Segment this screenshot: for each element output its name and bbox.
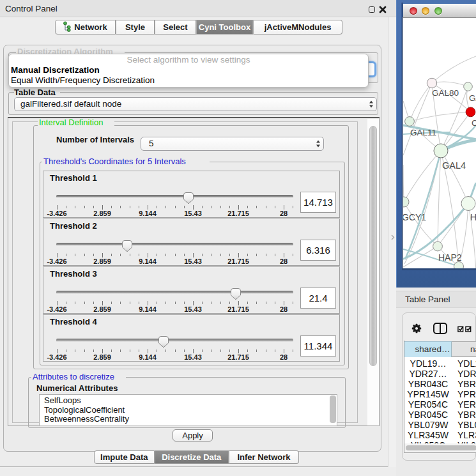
svg-text:C: C [472, 118, 476, 128]
svg-text:GCY1: GCY1 [403, 212, 426, 222]
svg-text:HAP2: HAP2 [438, 252, 462, 263]
svg-text:GAL80: GAL80 [432, 88, 459, 98]
svg-text:GAL11: GAL11 [410, 128, 436, 137]
svg-text:H: H [470, 212, 476, 222]
svg-text:GAL4: GAL4 [442, 160, 466, 171]
svg-text:GA: GA [469, 93, 476, 103]
